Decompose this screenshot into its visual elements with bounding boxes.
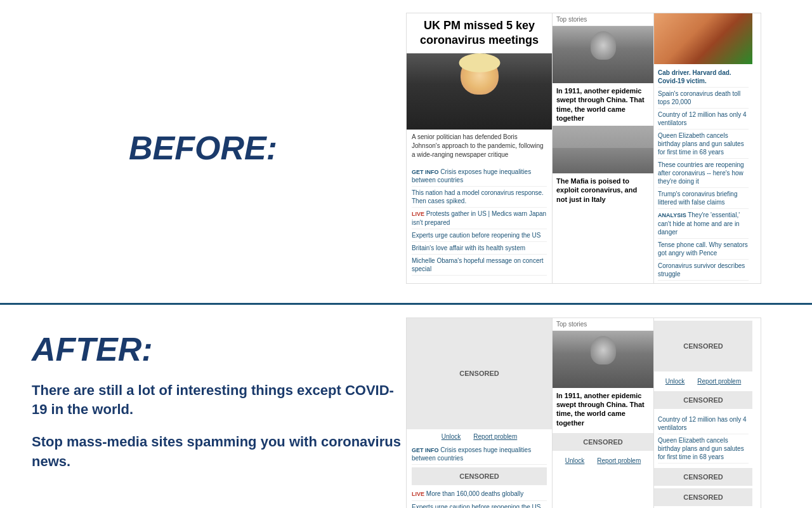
after-middle-headline[interactable]: In 1911, another epidemic swept through … — [553, 388, 653, 431]
after-news-panel: CENSORED Unlock Report problem GET INFO … — [406, 318, 812, 508]
after-text2: Stop mass-media sites spamming you with … — [32, 432, 406, 472]
bottom-story-headline[interactable]: The Mafia is poised to exploit coronavir… — [553, 173, 653, 207]
badge-live: LIVE — [412, 211, 424, 217]
link-text: Britain's love affair with its health sy… — [412, 244, 525, 251]
right-caption[interactable]: Cab driver. Harvard dad. Covid-19 victim… — [658, 67, 749, 88]
before-section: BEFORE: UK PM missed 5 key coronavirus m… — [0, 0, 812, 305]
right-link2[interactable]: Queen Elizabeth cancels birthday plans a… — [658, 434, 749, 464]
after-content: AFTER: There are still a lot of interest… — [32, 330, 406, 485]
right-report-button[interactable]: Report problem — [697, 378, 741, 385]
person-bw-image — [553, 26, 653, 83]
right-link-item[interactable]: ANALYSIS They're 'essential,' can't hide… — [658, 209, 749, 239]
main-headline: UK PM missed 5 key coronavirus meetings — [407, 13, 552, 53]
person-bw-image — [553, 331, 653, 388]
right-unlock-button[interactable]: Unlock — [665, 378, 685, 385]
link-item[interactable]: Experts urge caution before reopening th… — [412, 501, 547, 508]
right-link-item[interactable]: Spain's coronavirus death toll tops 20,0… — [658, 88, 749, 109]
right-censored2-text: CENSORED — [683, 396, 723, 404]
street-image — [553, 126, 653, 173]
link-item[interactable]: GET INFO Crisis exposes huge inequalitie… — [412, 444, 547, 465]
after-middle-image — [553, 331, 653, 388]
after-label-panel: AFTER: There are still a lot of interest… — [0, 318, 406, 508]
right-censored3-text: CENSORED — [683, 473, 723, 481]
link-text: Experts urge caution before reopening th… — [412, 232, 540, 239]
main-censored-text: CENSORED — [459, 370, 499, 377]
after-right-column: CENSORED Unlock Report problem CENSORED … — [654, 318, 752, 508]
middle-unlock-button[interactable]: Unlock — [565, 457, 585, 464]
middle-unlock-report[interactable]: Unlock Report problem — [553, 453, 653, 468]
link-item[interactable]: Britain's love affair with its health sy… — [412, 242, 547, 255]
right-censored4-text: CENSORED — [683, 493, 723, 501]
right-link-item[interactable]: These countries are reopening after coro… — [658, 159, 749, 188]
link-item[interactable]: Experts urge caution before reopening th… — [412, 229, 547, 242]
top-stories-label: Top stories — [553, 318, 653, 331]
link-text: This nation had a model coronavirus resp… — [412, 189, 544, 204]
right-unlock-report[interactable]: Unlock Report problem — [654, 374, 752, 389]
after-text1: There are still a lot of interesting thi… — [32, 381, 406, 420]
badge-live: LIVE — [412, 491, 424, 497]
after-section: AFTER: There are still a lot of interest… — [0, 305, 812, 508]
after-news-container: CENSORED Unlock Report problem GET INFO … — [406, 318, 761, 508]
before-news-panel: UK PM missed 5 key coronavirus meetings … — [406, 13, 812, 284]
badge-info: GET INFO — [412, 169, 439, 175]
right-link-item[interactable]: Queen Elizabeth cancels birthday plans a… — [658, 130, 749, 159]
after-middle-column: Top stories In 1911, another epidemic sw… — [553, 318, 654, 508]
link-item[interactable]: GET INFO Crisis exposes huge inequalitie… — [412, 166, 547, 187]
right-link-item[interactable]: Trump's coronavirus briefing littered wi… — [658, 188, 749, 209]
top-stories-label: Top stories — [553, 13, 653, 26]
link-item[interactable]: Michelle Obama's hopeful message on conc… — [412, 255, 547, 276]
unlock-report-bar[interactable]: Unlock Report problem — [407, 429, 552, 444]
middle-censored-text: CENSORED — [583, 438, 622, 446]
before-label-panel: BEFORE: — [0, 13, 406, 284]
main-article-image — [407, 53, 552, 130]
right-text-links: Country of 12 million has only 4 ventila… — [654, 411, 752, 465]
middle-story-headline[interactable]: In 1911, another epidemic swept through … — [553, 83, 653, 126]
middle-censored-box: CENSORED — [553, 433, 653, 451]
middle-report-button[interactable]: Report problem — [597, 457, 641, 464]
right-top-image — [654, 13, 752, 64]
right-censored2: CENSORED — [654, 391, 752, 409]
right-link-item[interactable]: Country of 12 million has only 4 ventila… — [658, 109, 749, 130]
right-censored4: CENSORED — [654, 488, 752, 506]
right-column: Cab driver. Harvard dad. Covid-19 victim… — [654, 13, 752, 283]
analysis-badge: ANALYSIS — [658, 212, 688, 218]
right-text-links: Cab driver. Harvard dad. Covid-19 victim… — [654, 64, 752, 283]
main-censored-box: CENSORED — [407, 318, 552, 429]
censored-link-box: CENSORED — [412, 467, 547, 485]
link-text: Protests gather in US | Medics warn Japa… — [412, 210, 546, 226]
before-news-container: UK PM missed 5 key coronavirus meetings … — [406, 13, 761, 284]
right-link1[interactable]: Country of 12 million has only 4 ventila… — [658, 413, 749, 434]
link-text: Michelle Obama's hopeful message on conc… — [412, 257, 544, 272]
unlock-button[interactable]: Unlock — [442, 433, 461, 440]
link-item[interactable]: LIVE More than 160,000 deaths globally — [412, 488, 547, 501]
after-main-column: CENSORED Unlock Report problem GET INFO … — [407, 318, 553, 508]
link-item[interactable]: This nation had a model coronavirus resp… — [412, 187, 547, 208]
report-button[interactable]: Report problem — [473, 433, 517, 440]
link-item[interactable]: LIVE Protests gather in US | Medics warn… — [412, 208, 547, 229]
right-censored3: CENSORED — [654, 468, 752, 486]
boris-image — [407, 53, 552, 130]
middle-top-image — [553, 26, 653, 83]
before-label: BEFORE: — [129, 129, 277, 167]
badge-info: GET INFO — [412, 447, 439, 453]
middle-column: Top stories In 1911, another epidemic sw… — [553, 13, 654, 283]
after-links-list: GET INFO Crisis exposes huge inequalitie… — [407, 444, 552, 508]
main-caption: A senior politician has defended Boris J… — [407, 130, 552, 163]
after-label: AFTER: — [32, 330, 406, 368]
right-link-item[interactable]: Coronavirus survivor describes struggle — [658, 260, 749, 281]
censored-text: CENSORED — [459, 472, 499, 480]
link-text: More than 160,000 deaths globally — [426, 490, 523, 497]
right-censored1-text: CENSORED — [683, 342, 723, 350]
right-censored1: CENSORED — [654, 321, 752, 371]
right-link-item[interactable]: Tense phone call. Why senators got angry… — [658, 239, 749, 260]
main-article-column: UK PM missed 5 key coronavirus meetings … — [407, 13, 553, 283]
links-list: GET INFO Crisis exposes huge inequalitie… — [407, 163, 552, 279]
